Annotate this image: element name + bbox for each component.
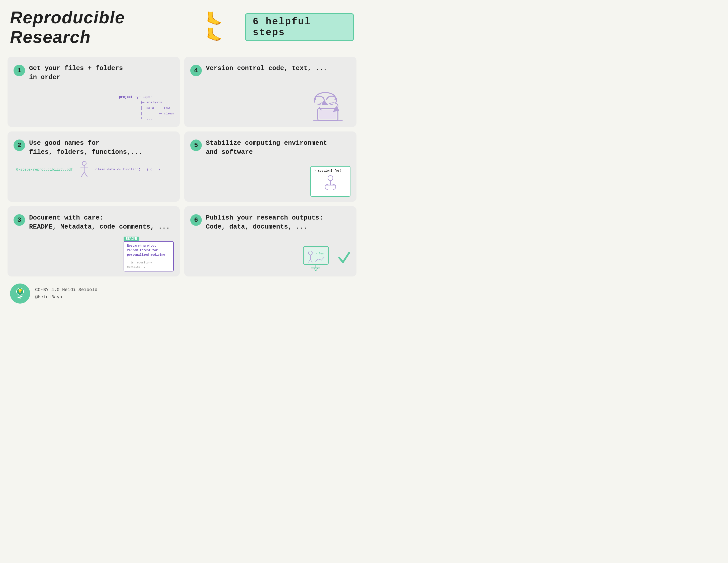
readme-body: This repository contains...	[127, 261, 170, 269]
logo-circle: 💡	[10, 284, 30, 304]
footer-attribution: CC-BY 4.0 Heidi Seibold @HeidiBaya	[35, 286, 97, 301]
version-control-svg	[305, 88, 350, 121]
step-3-title: Document with care:README, Metadata, cod…	[29, 213, 170, 231]
svg-text:💡: 💡	[17, 289, 23, 294]
svg-text:> fun: > fun	[315, 252, 324, 255]
step-5-title: Stabilize computing environmentand softw…	[206, 138, 327, 157]
meditation-figure-icon	[320, 175, 340, 193]
step-1-header: 1 Get your files + foldersin order	[14, 64, 172, 82]
page-title: Reproducible Research	[10, 8, 204, 47]
svg-rect-5	[319, 110, 336, 119]
step-5-illustration: > sessionInfo()	[310, 166, 350, 197]
step-3-illustration: README Research project:random forest fo…	[124, 236, 174, 271]
svg-point-7	[82, 161, 86, 165]
checkmark-icon	[338, 250, 350, 265]
step-4-header: 4 Version control code, text, ...	[190, 64, 349, 76]
publish-monitor-icon: > fun	[301, 244, 336, 271]
svg-rect-16	[305, 248, 327, 263]
step-2-card: 2 Use good names forfiles, folders, func…	[8, 131, 180, 202]
step-3-header: 3 Document with care:README, Metadata, c…	[14, 213, 172, 231]
steps-badge: 6 helpful steps	[245, 13, 354, 41]
step-6-card: 6 Publish your research outputs:Code, da…	[184, 206, 356, 276]
readme-tab: README	[124, 236, 139, 241]
step-6-header: 6 Publish your research outputs:Code, da…	[190, 213, 349, 231]
step-1-illustration: project ─┬─ paper ├─ analysis ├─ data ─┬…	[119, 94, 174, 122]
step-3-number: 3	[14, 214, 25, 226]
logo-icon: 💡	[14, 286, 26, 301]
steps-grid: 1 Get your files + foldersin order proje…	[5, 57, 359, 276]
license-text: CC-BY 4.0 Heidi Seibold	[35, 286, 97, 294]
step-4-number: 4	[190, 65, 202, 76]
readme-project-title: Research project:random forest forperson…	[127, 243, 170, 257]
handle-text: @HeidiBaya	[35, 294, 97, 301]
readme-card: Research project:random forest forperson…	[124, 241, 174, 271]
step-5-card: 5 Stabilize computing environmentand sof…	[184, 131, 356, 202]
step-1-card: 1 Get your files + foldersin order proje…	[8, 57, 180, 127]
step-3-card: 3 Document with care:README, Metadata, c…	[8, 206, 180, 276]
step-1-title: Get your files + foldersin order	[29, 64, 123, 82]
session-info-card: > sessionInfo()	[310, 166, 350, 197]
step-2-function: clean.data <- function(...) {...}	[96, 167, 160, 171]
svg-line-11	[84, 172, 87, 177]
step-2-illustration: 6-steps-reproducibility.pdf clean.data <…	[14, 161, 172, 178]
step-4-card: 4 Version control code, text, ...	[184, 57, 356, 127]
step-2-filename: 6-steps-reproducibility.pdf	[16, 167, 73, 172]
step-5-header: 5 Stabilize computing environmentand sof…	[190, 138, 349, 157]
step-2-title: Use good names forfiles, folders, functi…	[29, 138, 142, 157]
step-6-illustration: > fun	[301, 244, 350, 271]
folder-tree: project ─┬─ paper ├─ analysis ├─ data ─┬…	[119, 94, 174, 122]
publish-svg-wrapper: > fun	[301, 244, 350, 271]
step-4-title: Version control code, text, ...	[206, 64, 327, 73]
header: Reproducible Research 🦶🦶 6 helpful steps	[5, 5, 359, 49]
footer: 💡 CC-BY 4.0 Heidi Seibold @HeidiBaya	[5, 279, 359, 306]
svg-marker-25	[314, 268, 318, 271]
step-1-number: 1	[14, 65, 25, 76]
step-2-header: 2 Use good names forfiles, folders, func…	[14, 138, 172, 157]
stick-figure-icon	[78, 161, 90, 178]
svg-point-12	[328, 176, 333, 181]
step-6-title: Publish your research outputs:Code, data…	[206, 213, 323, 231]
svg-line-10	[81, 172, 84, 177]
session-command: > sessionInfo()	[314, 169, 346, 173]
step-5-number: 5	[190, 139, 202, 151]
step-4-illustration	[305, 88, 350, 122]
step-6-number: 6	[190, 214, 202, 226]
step-2-number: 2	[14, 139, 25, 151]
page: Reproducible Research 🦶🦶 6 helpful steps…	[5, 5, 359, 306]
footprints-icon: 🦶🦶	[206, 11, 237, 43]
